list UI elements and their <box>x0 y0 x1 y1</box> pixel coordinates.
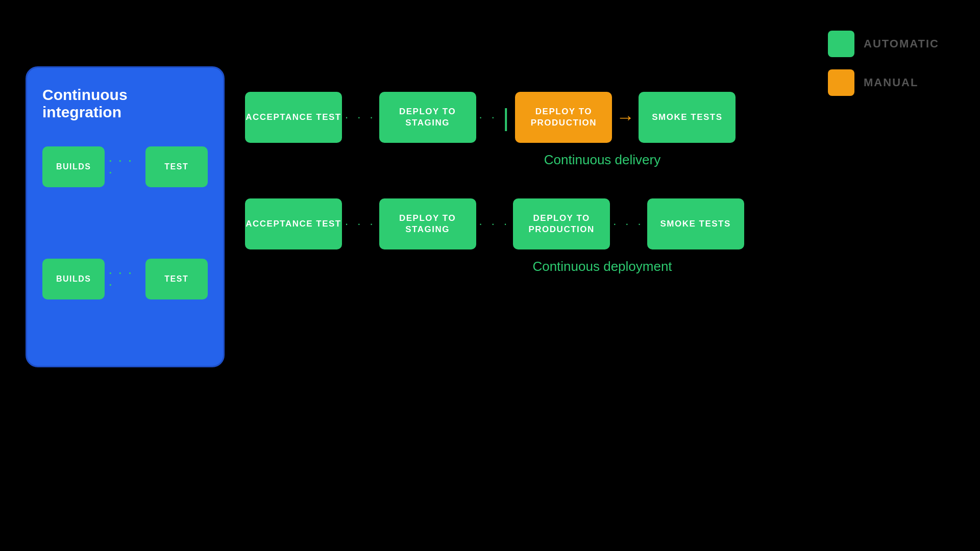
connector-dots-2: · · · · <box>109 267 141 291</box>
ci-builds-delivery: BUILDS <box>42 146 105 187</box>
delivery-pipeline: ACCEPTANCE TEST · · · DEPLOY TO STAGING … <box>245 92 960 168</box>
automatic-color-box <box>828 31 854 57</box>
deployment-acceptance-test: ACCEPTANCE TEST <box>245 198 342 249</box>
automatic-label: AUTOMATIC <box>864 37 939 51</box>
ci-builds-deployment: BUILDS <box>42 259 105 299</box>
deployment-dots-1: · · · <box>345 217 376 231</box>
ci-row-deployment: BUILDS · · · · TEST <box>42 259 208 299</box>
ci-test-delivery: TEST <box>145 146 208 187</box>
deployment-dots-2: · · · <box>479 217 510 231</box>
deployment-deploy-staging: DEPLOY TO STAGING <box>379 198 476 249</box>
ci-container: Continuous integration BUILDS · · · · TE… <box>26 66 225 367</box>
delivery-acceptance-test: ACCEPTANCE TEST <box>245 92 342 143</box>
deployment-label: Continuous deployment <box>245 259 960 274</box>
deployment-row: ACCEPTANCE TEST · · · DEPLOY TO STAGING … <box>245 198 960 249</box>
delivery-smoke-tests: SMOKE TESTS <box>639 92 736 143</box>
delivery-dots-1: · · · <box>345 111 376 124</box>
ci-title: Continuous integration <box>42 86 208 121</box>
deployment-dots-3: · · · <box>613 217 644 231</box>
delivery-deploy-production: DEPLOY TO PRODUCTION <box>515 92 612 143</box>
delivery-deploy-staging: DEPLOY TO STAGING <box>379 92 476 143</box>
ci-test-deployment: TEST <box>145 259 208 299</box>
ci-row-delivery: BUILDS · · · · TEST <box>42 146 208 187</box>
connector-dots-1: · · · · <box>109 155 141 179</box>
delivery-arrow: → <box>616 107 634 128</box>
delivery-separator: | <box>503 104 509 132</box>
delivery-dots-2: · · <box>479 111 498 124</box>
deployment-pipeline: ACCEPTANCE TEST · · · DEPLOY TO STAGING … <box>245 198 960 274</box>
deployment-deploy-production: DEPLOY TO PRODUCTION <box>513 198 610 249</box>
delivery-row: ACCEPTANCE TEST · · · DEPLOY TO STAGING … <box>245 92 960 143</box>
legend-automatic: AUTOMATIC <box>828 31 939 57</box>
deployment-smoke-tests: SMOKE TESTS <box>647 198 744 249</box>
pipelines-area: ACCEPTANCE TEST · · · DEPLOY TO STAGING … <box>245 66 960 305</box>
delivery-label: Continuous delivery <box>245 152 960 168</box>
